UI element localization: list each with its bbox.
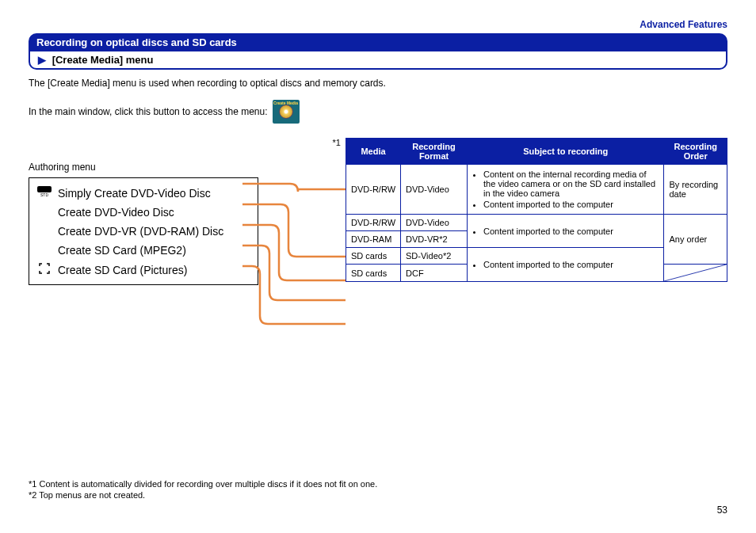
list-item[interactable]: Create SD Card (Pictures) bbox=[36, 260, 251, 280]
cell-order: By recording date bbox=[664, 165, 727, 215]
svg-line-2 bbox=[664, 265, 727, 281]
cell-order: Any order bbox=[664, 215, 727, 265]
cell-format: DVD-VR*2 bbox=[401, 231, 468, 248]
subject-bullet: Content imported to the computer bbox=[483, 260, 659, 269]
cell-format: SD-Video*2 bbox=[401, 248, 468, 265]
cell-subject: Content on the internal recording media … bbox=[468, 165, 664, 215]
list-item[interactable]: Create DVD-Video Disc bbox=[36, 203, 251, 222]
std-badge-icon: STD bbox=[36, 186, 53, 200]
create-media-icon-label: Create Media bbox=[273, 101, 300, 105]
cell-subject: Content imported to the computer bbox=[468, 248, 664, 282]
authoring-menu-box: STD Simply Create DVD-Video Disc Create … bbox=[29, 177, 258, 285]
footnote-2: *2 Top menus are not created. bbox=[29, 490, 425, 500]
authoring-menu-label: Authoring menu bbox=[29, 162, 258, 173]
table-row: DVD-R/RW DVD-Video Content imported to t… bbox=[346, 215, 727, 231]
th-media: Media bbox=[346, 139, 401, 165]
page-number: 53 bbox=[717, 504, 727, 516]
cell-format: DVD-Video bbox=[401, 165, 468, 215]
create-media-icon[interactable]: Create Media bbox=[273, 100, 300, 124]
list-item-label: Create SD Card (MPEG2) bbox=[58, 244, 186, 257]
footnotes: *1 Content is automatically divided for … bbox=[29, 478, 425, 501]
footnote-1: *1 Content is automatically divided for … bbox=[29, 479, 425, 489]
connector-lines-icon bbox=[242, 130, 353, 336]
recording-table: Media Recording Format Subject to record… bbox=[346, 138, 727, 282]
list-item[interactable]: Create SD Card (MPEG2) bbox=[36, 241, 251, 260]
access-line: In the main window, click this button to… bbox=[29, 100, 727, 124]
cell-format: DVD-Video bbox=[401, 215, 468, 231]
list-item-label: Create DVD-VR (DVD-RAM) Disc bbox=[58, 225, 223, 238]
list-item-label: Create DVD-Video Disc bbox=[58, 206, 174, 219]
corners-icon bbox=[36, 263, 53, 276]
cell-media: SD cards bbox=[346, 265, 401, 282]
cell-subject: Content imported to the computer bbox=[468, 215, 664, 248]
triangle-right-icon: ▶ bbox=[38, 54, 46, 66]
intro-text: The [Create Media] menu is used when rec… bbox=[29, 78, 727, 89]
table-row: DVD-R/RW DVD-Video Content on the intern… bbox=[346, 165, 727, 215]
access-text: In the main window, click this button to… bbox=[29, 106, 268, 117]
cell-media: DVD-RAM bbox=[346, 231, 401, 248]
cell-media: DVD-R/RW bbox=[346, 165, 401, 215]
list-item[interactable]: STD Simply Create DVD-Video Disc bbox=[36, 183, 251, 203]
th-format: Recording Format bbox=[401, 139, 468, 165]
cell-media: SD cards bbox=[346, 248, 401, 265]
connector-diagram: *1 bbox=[258, 138, 346, 336]
cell-media: DVD-R/RW bbox=[346, 215, 401, 231]
breadcrumb[interactable]: Advanced Features bbox=[29, 19, 727, 30]
section-title-bar: Recording on optical discs and SD cards bbox=[29, 33, 727, 51]
svg-rect-0 bbox=[37, 186, 52, 192]
th-order: Recording Order bbox=[664, 139, 727, 165]
subsection-title-bar: ▶ [Create Media] menu bbox=[29, 51, 727, 70]
cell-format: DCF bbox=[401, 265, 468, 282]
cell-empty-diagonal bbox=[664, 265, 727, 282]
th-subject: Subject to recording bbox=[468, 139, 664, 165]
list-item-label: Simply Create DVD-Video Disc bbox=[58, 187, 211, 200]
disc-icon bbox=[279, 105, 293, 119]
svg-text:STD: STD bbox=[40, 192, 48, 197]
subject-bullet: Content imported to the computer bbox=[483, 227, 659, 236]
subject-bullet: Content imported to the computer bbox=[483, 200, 659, 209]
subsection-title: [Create Media] menu bbox=[52, 54, 154, 66]
subject-bullet: Content on the internal recording media … bbox=[483, 169, 659, 198]
list-item-label: Create SD Card (Pictures) bbox=[58, 264, 187, 276]
list-item[interactable]: Create DVD-VR (DVD-RAM) Disc bbox=[36, 222, 251, 241]
